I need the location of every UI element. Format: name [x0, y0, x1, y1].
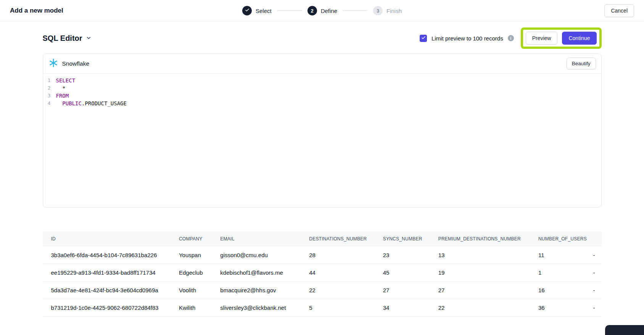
- step-select-label: Select: [256, 7, 272, 14]
- table-cell: 13: [438, 246, 538, 264]
- table-cell: Youspan: [179, 246, 220, 264]
- page-title: Add a new model: [10, 7, 63, 14]
- editor-type-dropdown[interactable]: SQL Editor: [43, 34, 92, 43]
- table-cell: sliversley3@clickbank.net: [220, 299, 309, 317]
- chevron-down-icon: [86, 34, 92, 43]
- table-cell: Kwilith: [179, 299, 220, 317]
- column-header: NUMBER_OF_USERS: [538, 231, 593, 246]
- editor-type-label: SQL Editor: [43, 34, 82, 43]
- column-header: COMPANY: [179, 231, 220, 246]
- check-icon: [245, 8, 249, 13]
- code-line: 2 *: [43, 84, 601, 92]
- preview-button[interactable]: Preview: [526, 32, 558, 45]
- step-define: 2 Define: [308, 6, 337, 15]
- table-cell: -: [593, 264, 601, 282]
- table-cell: 44: [309, 264, 383, 282]
- toolbar-right: Limit preview to 100 records i Preview C…: [420, 27, 601, 49]
- column-header: [593, 231, 601, 246]
- table-cell: 45: [383, 264, 438, 282]
- limit-preview-checkbox[interactable]: [420, 35, 427, 42]
- source-name: Snowflake: [62, 60, 90, 67]
- table-cell: 27: [383, 282, 438, 299]
- table-row: 3b3a0ef6-6fda-4454-b104-7c89631ba226Yous…: [43, 246, 602, 264]
- preview-table: IDCOMPANYEMAILDESTINATIONS_NUMBERSYNCS_N…: [43, 231, 602, 317]
- table-cell: gisson0@cmu.edu: [220, 246, 309, 264]
- table-cell: 27: [438, 282, 538, 299]
- annotation-highlight-box: Preview Continue: [521, 27, 602, 49]
- table-row: ee195229-a913-4fd1-9334-bad8ff171734Edge…: [43, 264, 602, 282]
- table-cell: 22: [438, 299, 538, 317]
- table-cell: -: [593, 282, 601, 299]
- code-line: 4 PUBLIC.PRODUCT_USAGE: [43, 100, 601, 107]
- table-cell: 34: [383, 299, 438, 317]
- wizard-stepper: Select 2 Define 3 Finish: [242, 6, 402, 15]
- table-cell: 28: [309, 246, 383, 264]
- table-cell: ee195229-a913-4fd1-9334-bad8ff171734: [43, 264, 179, 282]
- snowflake-icon: [48, 58, 58, 69]
- line-number: 2: [43, 84, 56, 92]
- sql-editor-card: Snowflake Beautify 1SELECT2 *3FROM4 PUBL…: [43, 53, 602, 208]
- code-text: FROM: [56, 92, 69, 100]
- column-header: DESTINATIONS_NUMBER: [309, 231, 383, 246]
- table-cell: Voolith: [179, 282, 220, 299]
- main-content: SQL Editor Limit preview to 100 records …: [43, 27, 602, 317]
- column-header: ID: [43, 231, 179, 246]
- sql-code-editor[interactable]: 1SELECT2 *3FROM4 PUBLIC.PRODUCT_USAGE: [43, 74, 601, 208]
- check-icon: [421, 35, 426, 42]
- editor-card-header: Snowflake Beautify: [43, 54, 601, 74]
- table-cell: 5: [309, 299, 383, 317]
- editor-toolbar: SQL Editor Limit preview to 100 records …: [43, 27, 602, 49]
- chat-widget[interactable]: [605, 325, 644, 335]
- table-cell: -: [593, 299, 601, 317]
- step-finish-label: Finish: [386, 7, 402, 14]
- table-cell: Edgeclub: [179, 264, 220, 282]
- beautify-button[interactable]: Beautify: [567, 58, 596, 69]
- table-cell: kdebischof1@flavors.me: [220, 264, 309, 282]
- step-select: Select: [242, 6, 272, 15]
- line-number: 3: [43, 92, 56, 100]
- table-cell: bmacquire2@hhs.gov: [220, 282, 309, 299]
- column-header: PREMIUM_DESTINATIONS_NUMBER: [438, 231, 538, 246]
- code-line: 3FROM: [43, 92, 601, 100]
- code-text: PUBLIC.PRODUCT_USAGE: [56, 100, 127, 107]
- continue-button[interactable]: Continue: [562, 32, 596, 45]
- step-define-circle: 2: [308, 6, 317, 15]
- step-finish-circle: 3: [373, 6, 383, 15]
- table-cell: 11: [538, 246, 593, 264]
- table-cell: -: [593, 246, 601, 264]
- code-text: *: [56, 84, 66, 92]
- info-icon[interactable]: i: [508, 35, 514, 41]
- code-line: 1SELECT: [43, 77, 601, 84]
- code-text: SELECT: [56, 77, 76, 84]
- table-row: 5da3d7ae-4e81-424f-bc94-3e604cd0969aVool…: [43, 282, 602, 299]
- table-row: b731219d-1c0e-4425-9062-680722d84f83Kwil…: [43, 299, 602, 317]
- step-connector: [277, 10, 302, 11]
- step-connector: [343, 10, 368, 11]
- table-cell: 3b3a0ef6-6fda-4454-b104-7c89631ba226: [43, 246, 179, 264]
- step-finish: 3 Finish: [373, 6, 402, 15]
- table-cell: 5da3d7ae-4e81-424f-bc94-3e604cd0969a: [43, 282, 179, 299]
- top-bar: Add a new model Select 2 Define 3 Finish…: [0, 0, 644, 21]
- table-cell: 36: [538, 299, 593, 317]
- step-select-circle: [242, 6, 252, 15]
- source-info: Snowflake: [48, 58, 90, 69]
- column-header: EMAIL: [220, 231, 309, 246]
- table-cell: 23: [383, 246, 438, 264]
- line-number: 4: [43, 100, 56, 107]
- preview-table-section: IDCOMPANYEMAILDESTINATIONS_NUMBERSYNCS_N…: [43, 231, 602, 317]
- column-header: SYNCS_NUMBER: [383, 231, 438, 246]
- limit-preview-label: Limit preview to 100 records: [431, 35, 503, 42]
- table-cell: 22: [309, 282, 383, 299]
- table-cell: 19: [438, 264, 538, 282]
- cancel-button[interactable]: Cancel: [604, 4, 634, 17]
- line-number: 1: [43, 77, 56, 84]
- table-header-row: IDCOMPANYEMAILDESTINATIONS_NUMBERSYNCS_N…: [43, 231, 602, 246]
- table-cell: 16: [538, 282, 593, 299]
- table-body: 3b3a0ef6-6fda-4454-b104-7c89631ba226Yous…: [43, 246, 602, 317]
- table-cell: b731219d-1c0e-4425-9062-680722d84f83: [43, 299, 179, 317]
- step-define-label: Define: [321, 7, 337, 14]
- table-cell: 1: [538, 264, 593, 282]
